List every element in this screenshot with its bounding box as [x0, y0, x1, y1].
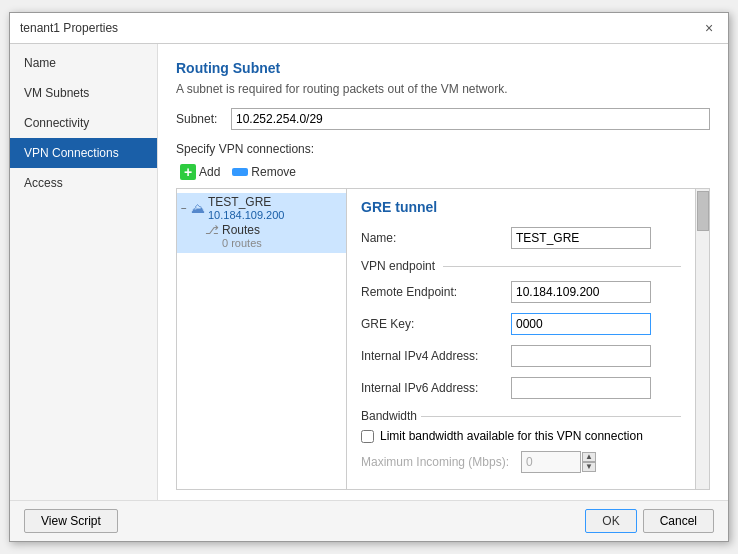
- remote-endpoint-input[interactable]: [511, 281, 651, 303]
- add-button[interactable]: + Add: [176, 162, 224, 182]
- gre-key-input[interactable]: [511, 313, 651, 335]
- spin-down-button[interactable]: ▼: [582, 462, 596, 472]
- gre-key-row: GRE Key:: [361, 313, 681, 335]
- sidebar: Name VM Subnets Connectivity VPN Connect…: [10, 44, 158, 500]
- toolbar: + Add Remove: [176, 162, 710, 182]
- gre-detail: GRE tunnel Name: VPN endpoint Remote End…: [347, 189, 695, 489]
- dialog-body: Name VM Subnets Connectivity VPN Connect…: [10, 44, 728, 500]
- bandwidth-divider: Bandwidth: [361, 409, 681, 423]
- max-incoming-row: Maximum Incoming (Mbps): ▲ ▼: [361, 451, 681, 473]
- spin-up-button[interactable]: ▲: [582, 452, 596, 462]
- bandwidth-checkbox-row: Limit bandwidth available for this VPN c…: [361, 429, 681, 443]
- tree-expand-icon[interactable]: −: [181, 203, 191, 214]
- close-button[interactable]: ×: [700, 19, 718, 37]
- remote-endpoint-label: Remote Endpoint:: [361, 285, 511, 299]
- bandwidth-checkbox-label: Limit bandwidth available for this VPN c…: [380, 429, 643, 443]
- bandwidth-checkbox[interactable]: [361, 430, 374, 443]
- scrollbar-track: [695, 189, 709, 489]
- vpn-section-label: Specify VPN connections:: [176, 142, 710, 156]
- subtitle: A subnet is required for routing packets…: [176, 82, 710, 96]
- network-icon: ⛰: [191, 200, 205, 216]
- max-incoming-label: Maximum Incoming (Mbps):: [361, 455, 521, 469]
- vpn-endpoint-divider: VPN endpoint: [361, 259, 681, 273]
- cancel-button[interactable]: Cancel: [643, 509, 714, 533]
- internal-ipv4-label: Internal IPv4 Address:: [361, 349, 511, 363]
- internal-ipv6-label: Internal IPv6 Address:: [361, 381, 511, 395]
- tree-item-test-gre[interactable]: − ⛰ TEST_GRE 10.184.109.200 ⎇: [177, 193, 346, 253]
- max-incoming-input[interactable]: [521, 451, 581, 473]
- internal-ipv6-row: Internal IPv6 Address:: [361, 377, 681, 399]
- routes-label: Routes: [222, 223, 262, 237]
- subnet-input[interactable]: [231, 108, 710, 130]
- name-row: Name:: [361, 227, 681, 249]
- vpn-panel: − ⛰ TEST_GRE 10.184.109.200 ⎇: [176, 188, 710, 490]
- sidebar-item-access[interactable]: Access: [10, 168, 157, 198]
- add-label: Add: [199, 165, 220, 179]
- internal-ipv6-input[interactable]: [511, 377, 651, 399]
- remove-icon: [232, 168, 248, 176]
- remove-label: Remove: [251, 165, 296, 179]
- tree-item-routes[interactable]: ⎇ Routes 0 routes: [201, 221, 284, 251]
- internal-ipv4-row: Internal IPv4 Address:: [361, 345, 681, 367]
- ok-button[interactable]: OK: [585, 509, 636, 533]
- scrollbar-thumb[interactable]: [697, 191, 709, 231]
- subnet-row: Subnet:: [176, 108, 710, 130]
- name-input[interactable]: [511, 227, 651, 249]
- main-content: Routing Subnet A subnet is required for …: [158, 44, 728, 500]
- subnet-label: Subnet:: [176, 112, 231, 126]
- remote-endpoint-row: Remote Endpoint:: [361, 281, 681, 303]
- tree-children: ⎇ Routes 0 routes: [181, 221, 284, 251]
- footer-right: OK Cancel: [585, 509, 714, 533]
- sidebar-item-vm-subnets[interactable]: VM Subnets: [10, 78, 157, 108]
- tree-item-name: TEST_GRE: [208, 195, 284, 209]
- dialog-title: tenant1 Properties: [20, 21, 118, 35]
- title-bar: tenant1 Properties ×: [10, 13, 728, 44]
- dialog-footer: View Script OK Cancel: [10, 500, 728, 541]
- routes-count: 0 routes: [222, 237, 262, 249]
- routes-icon: ⎇: [205, 223, 219, 237]
- remove-button[interactable]: Remove: [228, 163, 300, 181]
- dialog: tenant1 Properties × Name VM Subnets Con…: [9, 12, 729, 542]
- internal-ipv4-input[interactable]: [511, 345, 651, 367]
- tree-item-ip: 10.184.109.200: [208, 209, 284, 221]
- name-label: Name:: [361, 231, 511, 245]
- sidebar-item-connectivity[interactable]: Connectivity: [10, 108, 157, 138]
- add-icon: +: [180, 164, 196, 180]
- sidebar-item-name[interactable]: Name: [10, 48, 157, 78]
- tree-panel: − ⛰ TEST_GRE 10.184.109.200 ⎇: [177, 189, 347, 489]
- gre-title: GRE tunnel: [361, 199, 681, 215]
- gre-key-label: GRE Key:: [361, 317, 511, 331]
- sidebar-item-vpn-connections[interactable]: VPN Connections: [10, 138, 157, 168]
- view-script-button[interactable]: View Script: [24, 509, 118, 533]
- spinner: ▲ ▼: [582, 452, 596, 472]
- section-title: Routing Subnet: [176, 60, 710, 76]
